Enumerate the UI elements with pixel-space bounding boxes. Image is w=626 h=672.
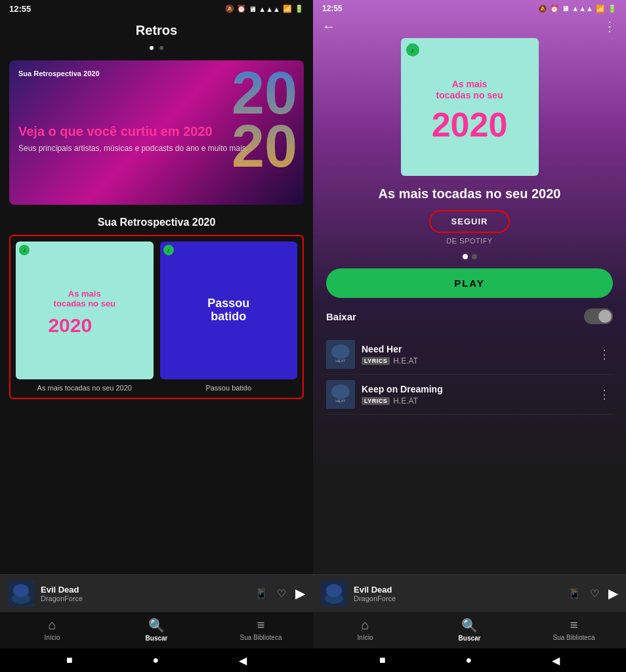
hero-year-display: 2020: [232, 67, 297, 173]
library-icon: ≡: [257, 618, 265, 633]
album-art-container: ♪ As mais tocadas no seu 2020: [326, 38, 613, 176]
right-play-icon[interactable]: ▶: [608, 585, 618, 601]
right-now-playing-bar[interactable]: Evil Dead DragonForce 📱 ♡ ▶: [313, 574, 626, 612]
hero-card[interactable]: Sua Retrospectiva 2020 2020 Veja o que v…: [9, 60, 304, 205]
lyrics-badge-2: LYRICS: [362, 397, 390, 405]
track-title-1: Need Her: [362, 344, 589, 354]
right-android-circle[interactable]: ●: [465, 654, 472, 666]
wifi-icon: 📶: [283, 5, 292, 13]
left-bottom-nav: ⌂ Início 🔍 Buscar ≡ Sua Biblioteca: [0, 612, 313, 648]
right-np-title: Evil Dead: [354, 585, 561, 595]
right-home-icon: ⌂: [361, 618, 369, 633]
right-nav-biblioteca[interactable]: ≡ Sua Biblioteca: [522, 618, 626, 642]
left-np-info: Evil Dead DragonForce: [41, 585, 248, 602]
right-scroll-content: ♪ As mais tocadas no seu 2020 As mais to…: [313, 38, 626, 574]
signal-icon: ▲▲▲: [259, 5, 280, 13]
track-info-1: Need Her LYRICS H.E.AT: [362, 344, 589, 366]
playlist-item-2[interactable]: ♪ Passoubatido Passou batido: [160, 242, 298, 392]
svg-text:HEAT: HEAT: [335, 359, 346, 363]
right-np-controls: 📱 ♡ ▶: [568, 585, 618, 601]
connect-icon[interactable]: 📱: [255, 587, 268, 600]
left-np-title: Evil Dead: [41, 585, 248, 595]
right-nav-buscar-label: Buscar: [459, 635, 481, 642]
play-icon[interactable]: ▶: [295, 585, 305, 601]
left-status-bar: 12:55 🔕 ⏰ 🖥 ▲▲▲ 📶 🔋: [0, 0, 313, 16]
de-spotify-label: DE SPOTIFY: [446, 237, 492, 245]
svg-point-7: [331, 385, 350, 399]
left-nav-inicio-label: Início: [45, 634, 60, 641]
dot-2: [159, 46, 163, 50]
more-options-button[interactable]: ⋮: [603, 18, 617, 34]
android-square[interactable]: ■: [66, 654, 73, 666]
track-info-2: Keep on Dreaming LYRICS H.E.AT: [362, 384, 589, 406]
track-item-2[interactable]: HEAT Keep on Dreaming LYRICS H.E.AT ⋮: [326, 375, 613, 415]
android-back[interactable]: ◀: [239, 654, 247, 667]
right-android-square[interactable]: ■: [379, 654, 386, 666]
track-title-2: Keep on Dreaming: [362, 384, 589, 394]
spotify-logo-art: ♪: [406, 43, 419, 56]
playlist-item-1[interactable]: ♪ As maistocadas no seu 2020 As mais toc…: [16, 242, 154, 392]
right-dot-1: [463, 254, 468, 259]
download-toggle[interactable]: [584, 308, 613, 324]
left-np-artist: DragonForce: [41, 595, 248, 602]
left-nav-inicio[interactable]: ⌂ Início: [0, 618, 104, 642]
search-icon: 🔍: [148, 618, 165, 633]
right-heart-icon[interactable]: ♡: [590, 587, 599, 600]
left-now-playing-bar[interactable]: Evil Dead DragonForce 📱 ♡ ▶: [0, 574, 313, 612]
right-mute-icon: 🔕: [538, 5, 547, 13]
right-nav-inicio-label: Início: [358, 634, 373, 641]
right-dot-2: [472, 254, 477, 259]
svg-text:HEAT: HEAT: [335, 399, 346, 403]
baixar-row: Baixar: [326, 308, 613, 324]
right-connect-icon[interactable]: 📱: [568, 587, 581, 600]
playlist-cover-1: ♪ As maistocadas no seu 2020: [16, 242, 154, 379]
album-art-large: ♪ As mais tocadas no seu 2020: [401, 38, 539, 176]
screen-icon: 🖥: [249, 5, 256, 13]
play-button[interactable]: PLAY: [326, 268, 613, 298]
playlist-grid-wrapper: ♪ As maistocadas no seu 2020 As mais toc…: [9, 235, 304, 399]
right-dots-row: [326, 254, 613, 259]
back-button[interactable]: ←: [322, 19, 335, 34]
left-nav-biblioteca[interactable]: ≡ Sua Biblioteca: [209, 618, 313, 642]
track-tag-row-2: LYRICS H.E.AT: [362, 396, 589, 406]
album-title: As mais tocadas no seu 2020: [326, 185, 613, 202]
right-android-back[interactable]: ◀: [552, 654, 560, 667]
album-art-inner-text: As mais tocadas no seu: [430, 72, 510, 108]
right-bottom-nav: ⌂ Início 🔍 Buscar ≡ Sua Biblioteca: [313, 612, 626, 648]
spotify-logo-1: ♪: [19, 245, 30, 255]
playlist-cover-2: ♪ Passoubatido: [160, 242, 298, 379]
baixar-label: Baixar: [326, 311, 356, 322]
right-library-icon: ≡: [570, 618, 578, 633]
right-nav-inicio[interactable]: ⌂ Início: [313, 618, 417, 642]
seguir-button[interactable]: SEGUIR: [429, 210, 511, 233]
right-panel: 12:55 🔕 ⏰ 🖥 ▲▲▲ 📶 🔋 ← ⋮ ♪ As mais tocada…: [313, 0, 626, 672]
left-scroll-content: Retros Sua Retrospectiva 2020 2020 Veja …: [0, 16, 313, 574]
left-status-icons: 🔕 ⏰ 🖥 ▲▲▲ 📶 🔋: [225, 5, 304, 13]
right-battery-icon: 🔋: [608, 5, 617, 13]
track-more-1[interactable]: ⋮: [596, 347, 613, 362]
left-nav-buscar[interactable]: 🔍 Buscar: [104, 618, 209, 642]
left-time: 12:55: [9, 4, 31, 14]
playlist-name-1: As mais tocadas no seu 2020: [16, 383, 154, 392]
spotify-logo-2: ♪: [163, 245, 174, 255]
alarm-icon: ⏰: [237, 5, 246, 13]
right-nav-biblioteca-label: Sua Biblioteca: [553, 634, 595, 641]
right-wifi-icon: 📶: [596, 5, 605, 13]
hero-year-text: 2020: [232, 67, 297, 173]
right-nav-buscar[interactable]: 🔍 Buscar: [417, 618, 522, 642]
right-time: 12:55: [322, 4, 343, 13]
android-circle[interactable]: ●: [152, 654, 159, 666]
track-more-2[interactable]: ⋮: [596, 387, 613, 402]
heart-icon[interactable]: ♡: [277, 587, 286, 600]
left-nav-biblioteca-label: Sua Biblioteca: [240, 634, 282, 641]
left-section-title: Retros: [9, 23, 304, 38]
playlist-grid: ♪ As maistocadas no seu 2020 As mais toc…: [16, 242, 297, 392]
svg-point-11: [325, 593, 343, 604]
left-panel: 12:55 🔕 ⏰ 🖥 ▲▲▲ 📶 🔋 Retros Sua Retrospec…: [0, 0, 313, 672]
track-item-1[interactable]: HEAT Need Her LYRICS H.E.AT ⋮: [326, 335, 613, 375]
playlist-cover-text-2: Passoubatido: [202, 292, 255, 329]
left-np-controls: 📱 ♡ ▶: [255, 585, 305, 601]
left-nav-buscar-label: Buscar: [146, 635, 168, 642]
track-artist-2: H.E.AT: [393, 396, 418, 406]
dot-1: [150, 46, 154, 50]
